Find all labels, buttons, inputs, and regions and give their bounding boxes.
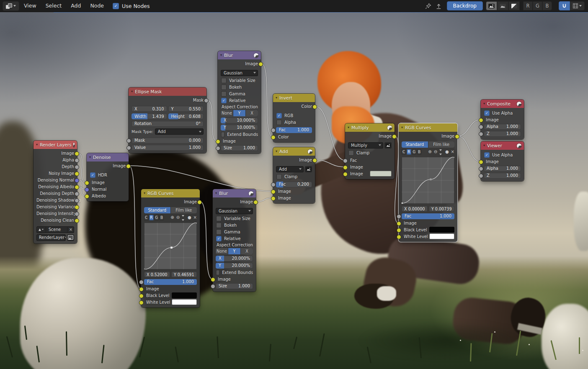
collapse-icon[interactable]: ▾ [36,143,38,146]
channel-b[interactable]: B [417,149,421,155]
use-nodes-toggle[interactable]: ✓ Use Nodes [113,3,150,9]
collapse-icon[interactable]: ▾ [215,192,217,195]
collapse-icon[interactable]: ▾ [276,150,277,153]
dnormal-socket[interactable] [75,178,79,183]
zoom-in-icon[interactable]: ⊕ [428,150,431,154]
channel-button-b[interactable]: B [542,1,552,10]
image_out-socket[interactable] [455,134,459,139]
value-socket[interactable] [126,146,131,150]
node-header[interactable]: ▾Blur [218,51,261,59]
z-field[interactable]: Z1.000 [484,131,521,137]
alpha-socket[interactable] [479,167,483,171]
node-blurT[interactable]: ▾BlurImageGaussianVariable SizeBokehGamm… [218,51,261,154]
fac-slider[interactable]: Fac1.000 [276,127,312,133]
color-image-toggle[interactable] [486,1,497,10]
segment-standard[interactable]: Standard [144,207,171,213]
size-field[interactable]: Size1.000 [221,145,258,151]
mask_out-socket[interactable] [204,98,209,103]
checkbox-icon[interactable] [276,174,282,179]
collapse-icon[interactable]: ▾ [401,126,403,129]
checkbox-icon[interactable] [276,120,282,125]
alpha-field[interactable]: Alpha1.000 [484,166,521,172]
zoom-in-icon[interactable]: ⊕ [170,215,174,220]
segment-film-like[interactable]: Film like [171,207,197,213]
checkbox-icon[interactable] [216,223,222,228]
size-socket[interactable] [216,146,220,151]
menu-add[interactable]: Add [66,0,85,12]
node-inv[interactable]: ▾InvertColor✓RGBAlphaFac1.000Color [273,94,315,142]
image1-socket[interactable] [343,165,348,170]
alpha-socket[interactable] [479,125,483,129]
collapse-icon[interactable]: ▾ [131,90,133,93]
image_out-socket[interactable] [392,134,397,139]
fac-socket[interactable] [271,182,276,187]
depth-socket[interactable] [75,165,79,169]
collapse-icon[interactable]: ▾ [483,102,485,105]
fac-slider[interactable]: Fac0.200 [276,182,312,187]
slider-height[interactable]: Height0.608 [168,113,204,119]
image-type-button[interactable] [384,142,392,149]
color_out-socket[interactable] [312,105,317,109]
z-field[interactable]: Z1.000 [484,173,521,179]
tools-chevron-icon[interactable] [182,213,186,222]
scene-icon-dropdown[interactable] [36,226,46,233]
collapse-icon[interactable]: ▾ [144,192,145,195]
size-field[interactable]: Size1.000 [216,283,253,289]
menu-select[interactable]: Select [41,0,67,12]
color-swatch[interactable] [370,171,392,177]
z-socket[interactable] [479,132,483,136]
checkbox-icon[interactable]: ✓ [216,236,222,241]
size-socket[interactable] [211,284,215,289]
checkbox-icon[interactable] [216,270,220,275]
black-socket[interactable] [139,294,144,298]
color-swatch[interactable] [429,233,454,239]
checkbox-icon[interactable] [221,132,225,137]
collapse-icon[interactable]: ▾ [89,156,91,159]
checkbox-icon[interactable]: ✓ [484,152,490,158]
zoom-out-icon[interactable]: ⊖ [434,150,437,154]
fac-socket[interactable] [139,280,144,284]
node-header[interactable]: ▾Render Layers [34,141,77,149]
color-alpha-toggle[interactable] [497,1,508,10]
z-socket[interactable] [479,174,483,178]
pin-button[interactable] [423,3,433,9]
node-header[interactable]: ▾Multiply [345,123,395,132]
slider[interactable]: X20.000% [216,256,253,261]
alpha-field[interactable]: Alpha1.000 [484,124,521,130]
node-header[interactable]: ▾Add [273,147,315,156]
node-header[interactable]: ▾Invert [273,94,315,102]
noisy-socket[interactable] [75,172,79,176]
color-swatch[interactable] [172,292,197,298]
dclean-socket[interactable] [75,218,79,223]
backdrop-button[interactable]: Backdrop [447,1,483,10]
value-field[interactable]: Value1.000 [132,145,204,151]
node-header[interactable]: ▾Viewer [481,141,524,150]
checkbox-icon[interactable] [221,85,227,90]
node-blurB[interactable]: ▾BlurImageGaussianVariable SizeBokehGamm… [213,189,256,292]
checkbox-icon[interactable]: ✓ [276,113,282,118]
fac-slider[interactable]: Fac1.000 [144,279,197,285]
image-socket[interactable] [211,277,215,282]
snap-toggle[interactable] [559,1,570,10]
channel-r[interactable]: R [149,215,153,220]
fac-socket[interactable] [397,214,401,219]
slider-width[interactable]: Width1.439 [132,113,167,119]
image_out-socket[interactable] [312,158,317,163]
delete-point-icon[interactable]: × [193,215,197,220]
segment-none[interactable]: None [216,248,228,254]
node-comp[interactable]: ▾Composite✓Use AlphaImageAlpha1.000Z1.00… [481,100,524,139]
node-header[interactable]: ▾Ellipse Mask [129,87,206,96]
node-add[interactable]: ▾AddImageAddClampFac0.200ImageImage [273,147,315,203]
blend-mode-dropdown[interactable]: Multiply [348,142,383,149]
image-type-button[interactable] [305,166,312,172]
fac-slider[interactable]: Fac1.000 [402,213,454,219]
node-editor[interactable]: ▾Render LayersImageAlphaDepthNoisy Image… [0,12,588,369]
image-socket[interactable] [85,181,89,185]
collapse-icon[interactable]: ▾ [483,144,485,147]
node-dn[interactable]: ▾DenoiseImage✓HDRImageNormalAlbedo [87,153,129,201]
node-rl[interactable]: ▾Render LayersImageAlphaDepthNoisy Image… [34,141,77,243]
checkbox-icon[interactable] [221,78,227,83]
normal-socket[interactable] [85,187,89,192]
node-rgbR-curve-widget[interactable] [402,157,454,204]
image-socket[interactable] [75,151,79,156]
